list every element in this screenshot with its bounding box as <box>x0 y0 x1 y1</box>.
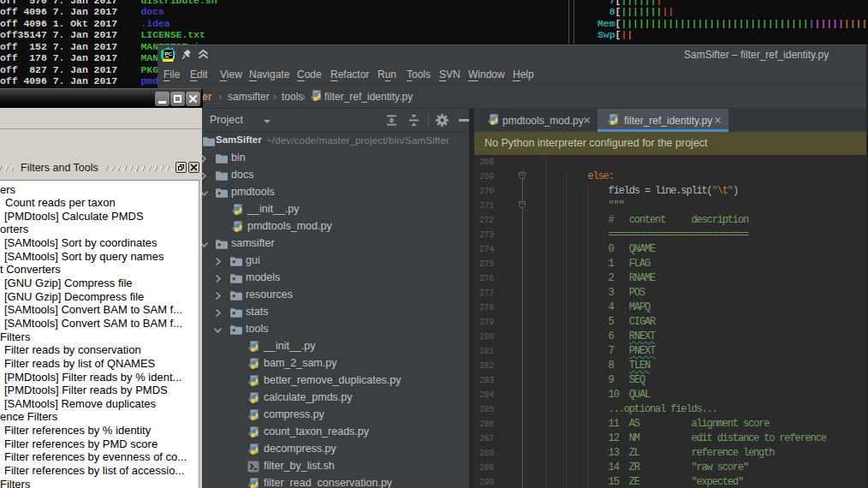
svg-text:PC: PC <box>165 51 173 57</box>
